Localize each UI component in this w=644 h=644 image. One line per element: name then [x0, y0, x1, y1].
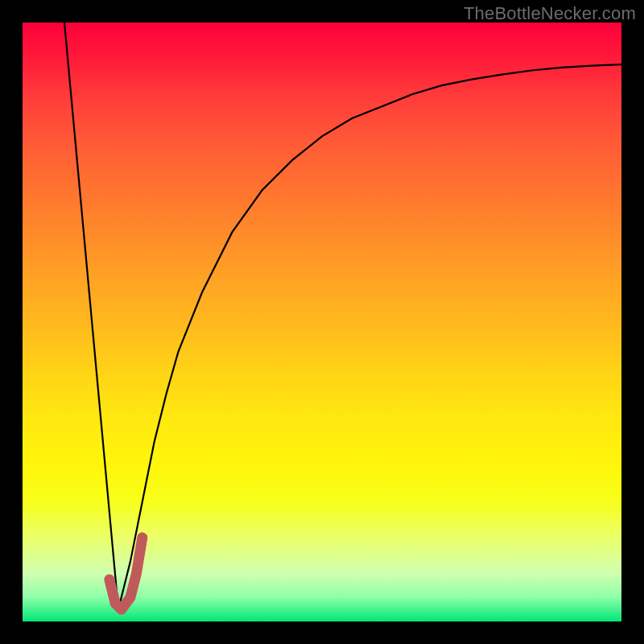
plot-area [23, 23, 621, 621]
right-rising-curve [118, 64, 621, 609]
curve-layer [23, 23, 621, 621]
watermark-text: TheBottleNecker.com [464, 3, 636, 24]
chart-stage: TheBottleNecker.com [0, 0, 644, 644]
left-descending-line [64, 23, 118, 609]
